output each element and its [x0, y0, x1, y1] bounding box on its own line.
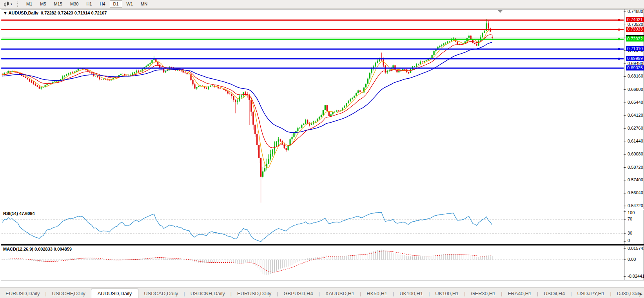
price-tick-label: 0.68160 — [628, 74, 643, 78]
price-tick-label: 0.54720 — [628, 203, 643, 208]
price-tick-label: 0.56040 — [628, 190, 643, 195]
rsi-tick-label: 100 — [628, 210, 635, 215]
chart-tab-audusd-daily[interactable]: AUDUSD,Daily — [91, 289, 138, 298]
collapse-icon[interactable]: ▼ — [3, 11, 7, 15]
chart-title: ▼ AUDUSD,Daily 0.72282 0.72423 0.71914 0… — [3, 11, 107, 15]
tab-scroll-buttons: ◂ ▸ — [635, 291, 642, 296]
chart-title-symbol: AUDUSD,Daily — [9, 11, 38, 15]
chart-tab-uk100-h1[interactable]: UK100,H1 — [430, 289, 464, 298]
chart-tab-uk100-h1[interactable]: UK100,H1 — [394, 289, 428, 298]
chart-tab-eurusd-daily[interactable]: EURUSD,Daily — [232, 289, 277, 298]
macd-tick-label: 0.00 — [628, 257, 636, 262]
chart-tab-usdcnh-daily[interactable]: USDCNH,Daily — [185, 289, 230, 298]
rsi-label: RSI(14) 47.6084 — [3, 211, 35, 216]
timeframe-toolbar: ▾ M1M5M15M30H1H4D1W1MN — [0, 0, 644, 9]
macd-tick-label: -0.024412 — [628, 274, 644, 278]
macd-indicator-panel[interactable] — [1, 246, 644, 280]
rsi-tick-label: 70 — [628, 217, 632, 221]
timeframe-button-mn[interactable]: MN — [137, 0, 151, 8]
toolbar-grip — [17, 2, 19, 7]
timeframe-buttons: M1M5M15M30H1H4D1W1MN — [22, 0, 151, 8]
price-tick-label: 0.58720 — [628, 165, 643, 170]
date-axis[interactable]: 6 Sep 201925 Sep 201914 Oct 20191 Nov 20… — [0, 280, 644, 287]
chart-tab-eurusd-daily[interactable]: EURUSD,Daily — [0, 289, 45, 298]
price-tick-label: 0.60080 — [628, 152, 643, 156]
mt4-window: { "toolbar": { "chart_type_icon": "candl… — [0, 0, 644, 298]
chart-type-button[interactable]: ▾ — [2, 1, 13, 7]
macd-label: MACD(12,26,9) 0.002833 0.004859 — [3, 247, 72, 251]
price-tick-label: 0.65440 — [628, 100, 643, 105]
chart-tab-fra40-h1[interactable]: FRA40,H1 — [502, 289, 537, 298]
rsi-tick-label: 0 — [628, 238, 630, 243]
chart-tab-bar: EURUSD,Daily|USDCHF,DailyAUDUSD,DailyUSD… — [0, 287, 644, 298]
timeframe-button-m30[interactable]: M30 — [67, 0, 82, 8]
chart-tab-usoil-h4[interactable]: USOil,H4 — [538, 289, 570, 298]
rsi-indicator-panel[interactable] — [1, 210, 644, 245]
timeframe-button-d1[interactable]: D1 — [110, 0, 122, 8]
price-tick-label: 0.73520 — [628, 22, 643, 27]
price-tick-label: 0.64120 — [628, 113, 643, 117]
chart-title-ohlc: 0.72282 0.72423 0.71914 0.72167 — [41, 11, 107, 15]
timeframe-button-m5[interactable]: M5 — [36, 0, 49, 8]
chart-tab-gbpusd-h4[interactable]: GBPUSD,H4 — [278, 289, 318, 298]
price-axis-separator — [624, 9, 624, 209]
price-tick-label: 0.74880 — [628, 9, 643, 14]
tab-scroll-right-icon[interactable]: ▸ — [640, 291, 642, 296]
price-level-label[interactable]: 0.69999 — [626, 56, 644, 61]
price-tick-label: 0.66800 — [628, 87, 643, 92]
price-tick-label: 0.61440 — [628, 139, 643, 143]
price-level-label[interactable]: 0.73033 — [626, 27, 644, 32]
chart-tab-usdcad-daily[interactable]: USDCAD,Daily — [138, 289, 183, 298]
tab-scroll-left-icon[interactable]: ◂ — [635, 291, 637, 296]
rsi-tick-label: 30 — [628, 231, 632, 235]
timeframe-button-m15[interactable]: M15 — [51, 0, 66, 8]
chart-tab-usdjpy-h1[interactable]: USDJPY,H1 — [572, 289, 610, 298]
chart-tab-usdchf-daily[interactable]: USDCHF,Daily — [47, 289, 91, 298]
chart-tab-xauusd-h1[interactable]: XAUUSD,H1 — [320, 289, 360, 298]
price-tick-label: 0.69480 — [628, 61, 643, 66]
timeframe-button-h1[interactable]: H1 — [83, 0, 95, 8]
macd-tick-label: 0.015741 — [628, 246, 644, 251]
timeframe-button-m1[interactable]: M1 — [23, 0, 36, 8]
price-tick-label: 0.62760 — [628, 126, 643, 130]
main-chart-panel[interactable] — [1, 9, 644, 209]
price-tick-label: 0.57400 — [628, 177, 643, 182]
chart-tab-ger30-h1[interactable]: GER30,H1 — [465, 289, 501, 298]
caret-down-icon: ▾ — [11, 2, 12, 6]
candlestick-chart-icon — [4, 2, 10, 7]
chart-tab-hk50-h1[interactable]: HK50,H1 — [361, 289, 393, 298]
price-level-label[interactable]: 0.72022 — [626, 36, 644, 42]
price-level-label[interactable]: 0.71010 — [626, 46, 644, 51]
price-level-label[interactable]: 0.69025 — [626, 65, 644, 70]
timeframe-button-w1[interactable]: W1 — [123, 0, 137, 8]
price-level-label[interactable]: 0.74021 — [626, 17, 644, 22]
timeframe-button-h4[interactable]: H4 — [96, 0, 109, 8]
